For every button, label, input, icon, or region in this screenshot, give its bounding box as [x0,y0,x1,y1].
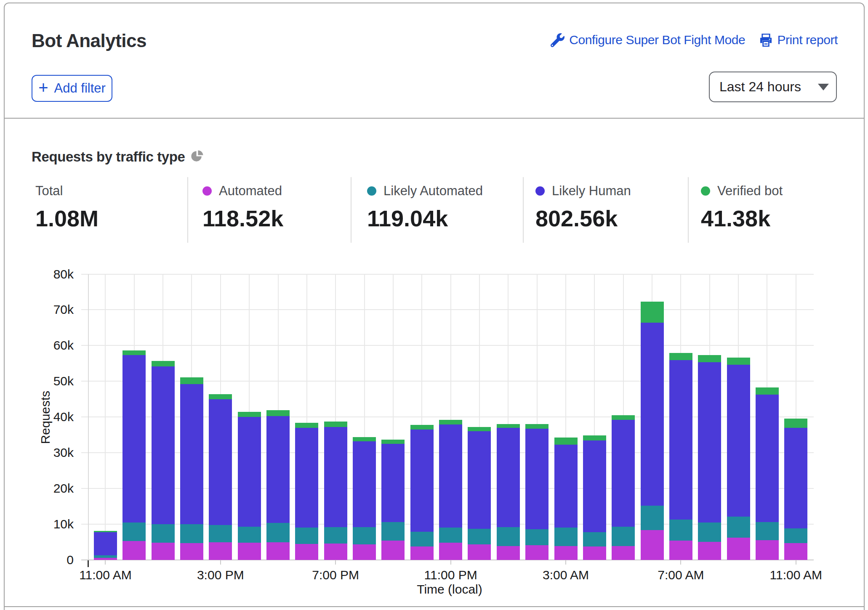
bar-segment-automated[interactable] [324,544,347,560]
bar-segment-likely-human[interactable] [727,365,750,517]
bar-segment-likely-human[interactable] [468,431,491,529]
bar-segment-likely-automated[interactable] [209,525,232,542]
bar-segment-verified-bot[interactable] [353,437,376,441]
bar-segment-automated[interactable] [439,543,462,560]
bar-segment-likely-human[interactable] [324,427,347,527]
bar-segment-likely-human[interactable] [295,428,318,528]
bar-segment-likely-automated[interactable] [525,529,548,545]
bar-segment-automated[interactable] [756,540,779,560]
bar-segment-likely-automated[interactable] [497,527,520,546]
bar-segment-likely-automated[interactable] [756,522,779,540]
bar-segment-likely-human[interactable] [583,440,606,532]
bar-segment-verified-bot[interactable] [324,422,347,427]
bar-segment-likely-automated[interactable] [554,528,578,546]
bar-segment-verified-bot[interactable] [122,350,146,355]
bar-segment-automated[interactable] [727,538,750,560]
bar-segment-automated[interactable] [94,558,117,560]
bar-segment-likely-automated[interactable] [583,532,606,546]
bar-segment-verified-bot[interactable] [152,361,175,366]
bar-segment-likely-human[interactable] [238,417,261,527]
bar-segment-likely-automated[interactable] [295,528,318,544]
bar-segment-automated[interactable] [612,546,635,560]
bar-segment-likely-human[interactable] [669,360,692,520]
bar-segment-verified-bot[interactable] [209,394,232,399]
bar-segment-verified-bot[interactable] [468,427,491,431]
bar-segment-likely-human[interactable] [94,532,117,555]
bar-segment-automated[interactable] [583,546,606,560]
bar-segment-verified-bot[interactable] [439,420,462,424]
bar-segment-automated[interactable] [295,544,318,560]
bar-segment-automated[interactable] [238,543,261,560]
bar-segment-automated[interactable] [122,541,146,560]
bar-segment-automated[interactable] [784,543,807,560]
bar-segment-verified-bot[interactable] [727,358,750,365]
bar-segment-likely-automated[interactable] [669,520,692,541]
bar-segment-verified-bot[interactable] [238,412,261,417]
bar-segment-verified-bot[interactable] [381,440,405,444]
bar-segment-likely-automated[interactable] [439,528,462,543]
bar-segment-automated[interactable] [209,542,232,560]
bar-segment-automated[interactable] [266,542,290,560]
bar-segment-automated[interactable] [468,544,491,560]
bar-segment-automated[interactable] [669,541,692,560]
bar-segment-likely-human[interactable] [122,355,146,522]
bar-segment-likely-human[interactable] [698,362,721,522]
bar-segment-likely-automated[interactable] [353,527,376,544]
bar-segment-verified-bot[interactable] [698,355,721,362]
bar-segment-likely-human[interactable] [152,366,175,524]
print-report-link[interactable]: Print report [759,33,838,47]
bar-segment-likely-automated[interactable] [468,529,491,544]
bar-segment-likely-automated[interactable] [410,532,434,546]
bar-segment-automated[interactable] [497,546,520,560]
bar-segment-likely-automated[interactable] [238,527,261,543]
bar-segment-verified-bot[interactable] [410,425,434,430]
bar-segment-likely-human[interactable] [784,428,807,528]
bar-segment-automated[interactable] [554,546,578,560]
bar-segment-verified-bot[interactable] [266,410,290,416]
bar-segment-automated[interactable] [381,541,405,560]
bar-segment-likely-human[interactable] [756,395,779,522]
bar-segment-likely-automated[interactable] [698,522,721,542]
bar-segment-verified-bot[interactable] [525,424,548,429]
bar-segment-verified-bot[interactable] [756,387,779,395]
bar-segment-likely-automated[interactable] [122,522,146,541]
bar-segment-verified-bot[interactable] [583,435,606,440]
bar-segment-verified-bot[interactable] [784,419,807,428]
bar-segment-likely-human[interactable] [353,441,376,527]
bar-segment-likely-automated[interactable] [324,527,347,544]
configure-super-bot-fight-mode-link[interactable]: Configure Super Bot Fight Mode [551,33,745,47]
bar-segment-verified-bot[interactable] [554,438,578,445]
bar-segment-likely-automated[interactable] [266,523,290,542]
bar-segment-automated[interactable] [410,546,434,560]
bar-segment-likely-human[interactable] [209,399,232,525]
bar-segment-verified-bot[interactable] [669,353,692,360]
bar-segment-likely-human[interactable] [439,424,462,528]
bar-segment-likely-human[interactable] [525,429,548,529]
bar-segment-likely-human[interactable] [612,420,635,527]
time-range-select[interactable]: Last 24 hours [709,72,837,102]
bar-segment-automated[interactable] [180,543,203,560]
bar-segment-likely-human[interactable] [266,416,290,523]
bar-segment-likely-automated[interactable] [641,506,664,530]
bar-segment-likely-automated[interactable] [152,524,175,543]
bar-segment-likely-automated[interactable] [180,524,203,543]
bar-segment-verified-bot[interactable] [94,531,117,532]
bar-segment-likely-human[interactable] [497,428,520,527]
bar-segment-automated[interactable] [152,543,175,560]
bar-segment-automated[interactable] [353,544,376,560]
bar-segment-likely-human[interactable] [410,430,434,532]
add-filter-button[interactable]: + Add filter [32,75,112,102]
bar-segment-verified-bot[interactable] [295,423,318,428]
bar-segment-automated[interactable] [525,545,548,560]
bar-segment-automated[interactable] [641,530,664,560]
bar-segment-verified-bot[interactable] [180,377,203,384]
bar-segment-likely-automated[interactable] [94,555,117,558]
bar-segment-likely-automated[interactable] [381,522,405,541]
bar-segment-likely-automated[interactable] [727,517,750,538]
bar-segment-likely-automated[interactable] [612,527,635,546]
bar-segment-likely-human[interactable] [554,445,578,528]
bar-segment-automated[interactable] [698,542,721,560]
bar-segment-verified-bot[interactable] [497,424,520,428]
bar-segment-verified-bot[interactable] [612,415,635,420]
bar-segment-verified-bot[interactable] [641,302,664,323]
